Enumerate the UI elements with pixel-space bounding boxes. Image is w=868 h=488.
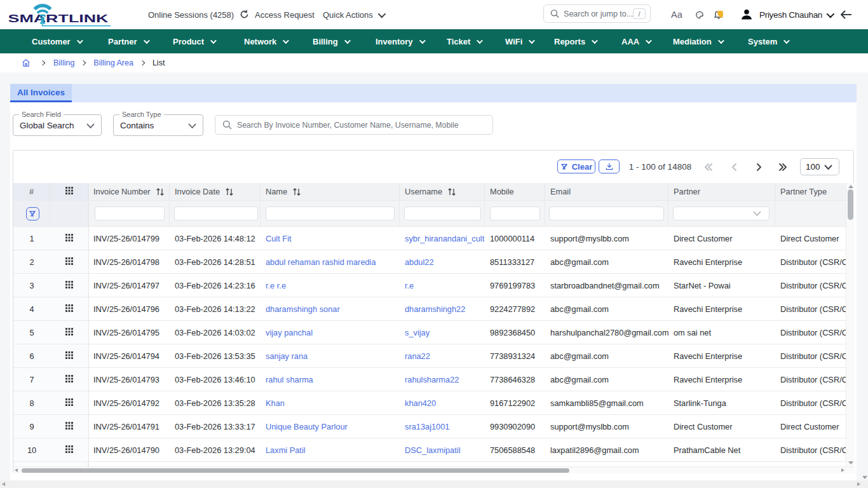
svg-text:SMARTLINK: SMARTLINK	[9, 13, 109, 24]
